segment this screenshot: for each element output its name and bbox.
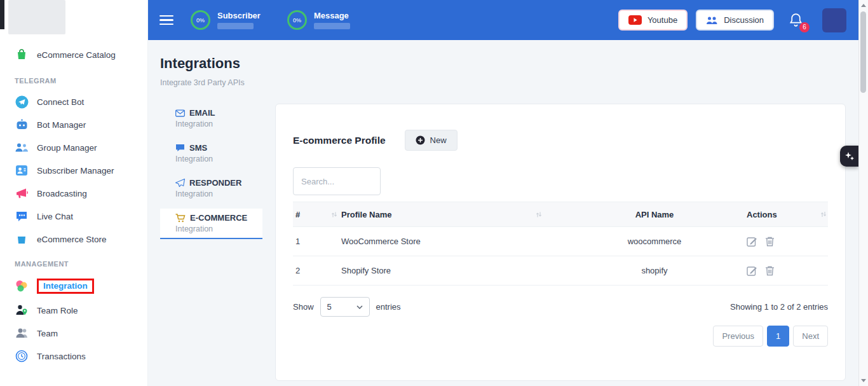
tab-title: EMAIL xyxy=(189,108,215,118)
blue-bag-icon xyxy=(15,232,29,246)
page-size-value: 5 xyxy=(327,302,332,312)
delete-button[interactable] xyxy=(765,265,775,276)
new-profile-button[interactable]: New xyxy=(405,130,458,151)
discussion-button-label: Discussion xyxy=(724,15,764,25)
page-size-select[interactable]: 5 xyxy=(320,297,370,317)
subscriber-progress-bar xyxy=(217,23,254,29)
subscriber-stat-label: Subscriber xyxy=(217,11,261,20)
tab-email-integration[interactable]: EMAIL Integration xyxy=(160,104,262,133)
sidebar-item-label: Bot Manager xyxy=(37,120,86,130)
showing-entries-text: Showing 1 to 2 of 2 entries xyxy=(730,302,828,312)
sidebar-item-integration[interactable]: Integration xyxy=(0,273,147,299)
youtube-button[interactable]: Youtube xyxy=(618,10,688,31)
edit-button[interactable] xyxy=(747,236,757,247)
table-row: 1 WooCommerce Store woocommerce xyxy=(293,227,828,256)
sidebar-section-management: MANAGEMENT xyxy=(0,251,147,273)
sidebar-item-ecommerce-catalog[interactable]: eCommerce Catalog xyxy=(0,43,147,66)
app-window: eCommerce Catalog TELEGRAM Connect Bot B… xyxy=(0,0,868,386)
notifications-bell[interactable]: 6 xyxy=(789,13,803,28)
profile-avatar[interactable] xyxy=(822,8,846,32)
sidebar-item-group-manager[interactable]: Group Manager xyxy=(0,136,147,159)
tab-ecommerce-integration[interactable]: E-COMMERCE Integration xyxy=(160,209,262,239)
tab-title: E-COMMERCE xyxy=(190,213,247,223)
cart-icon xyxy=(175,214,186,223)
sidebar-item-team-role[interactable]: Team Role xyxy=(0,299,147,322)
sidebar-item-label: eCommerce Catalog xyxy=(37,50,116,60)
table-row: 2 Shopify Store shopify xyxy=(293,256,828,286)
sms-bubble-icon xyxy=(175,144,185,152)
logo-placeholder xyxy=(8,0,65,34)
profiles-table: # Profile Name API Name xyxy=(293,202,828,286)
sidebar-item-subscriber-manager[interactable]: Subscriber Manager xyxy=(0,159,147,182)
next-page-button[interactable]: Next xyxy=(793,326,828,347)
main-content: Integrations Integrate 3rd Party APIs EM… xyxy=(148,40,858,386)
show-label: Show xyxy=(293,302,314,312)
paper-plane-icon xyxy=(175,179,185,187)
telegram-icon xyxy=(15,95,29,109)
sort-icon xyxy=(820,211,827,218)
green-bag-icon xyxy=(15,48,29,62)
new-button-label: New xyxy=(430,135,447,145)
sidebar-item-bot-manager[interactable]: Bot Manager xyxy=(0,113,147,136)
sidebar-section-telegram: TELEGRAM xyxy=(0,67,147,90)
left-edge-accent xyxy=(0,0,4,29)
sidebar-item-label: Team xyxy=(37,329,58,338)
sidebar-item-team[interactable]: Team xyxy=(0,322,147,345)
sidebar: eCommerce Catalog TELEGRAM Connect Bot B… xyxy=(0,0,148,386)
tab-subtitle: Integration xyxy=(175,120,262,128)
sidebar-item-connect-bot[interactable]: Connect Bot xyxy=(0,90,147,113)
message-stat-label: Message xyxy=(314,11,350,20)
header-api-name[interactable]: API Name xyxy=(562,210,747,219)
sidebar-item-live-chat[interactable]: Live Chat xyxy=(0,205,147,228)
discussion-button[interactable]: Discussion xyxy=(696,10,774,31)
sidebar-item-label: Subscriber Manager xyxy=(37,166,114,176)
header-num[interactable]: # xyxy=(293,210,341,219)
sidebar-item-ecommerce-store[interactable]: eCommerce Store xyxy=(0,228,147,251)
hamburger-menu-icon[interactable] xyxy=(159,13,173,28)
edit-button[interactable] xyxy=(747,265,757,276)
message-progress-ring: 0% xyxy=(287,10,307,30)
sidebar-item-broadcasting[interactable]: Broadcasting xyxy=(0,182,147,205)
sidebar-item-label: Transactions xyxy=(37,352,86,361)
discussion-people-icon xyxy=(706,16,718,25)
assistant-fab[interactable] xyxy=(840,146,858,167)
scrollbar-thumb[interactable] xyxy=(860,11,866,93)
header-actions[interactable]: Actions xyxy=(747,210,828,219)
sidebar-item-label: Broadcasting xyxy=(37,189,87,198)
sidebar-item-transactions[interactable]: Transactions xyxy=(0,345,147,368)
youtube-icon xyxy=(628,15,642,25)
header-profile-name[interactable]: Profile Name xyxy=(341,210,562,219)
table-header-row: # Profile Name API Name xyxy=(293,202,828,227)
entries-label: entries xyxy=(376,302,401,312)
integration-circles-icon xyxy=(15,279,29,293)
megaphone-icon xyxy=(15,186,29,200)
sidebar-item-label: Team Role xyxy=(37,306,78,315)
chevron-down-icon xyxy=(356,305,363,309)
previous-page-button[interactable]: Previous xyxy=(713,326,763,347)
message-stat: 0% Message xyxy=(287,10,350,30)
cell-api-name: shopify xyxy=(641,266,667,275)
page-1-button[interactable]: 1 xyxy=(767,326,789,347)
chat-bubble-icon xyxy=(15,209,29,223)
people-group-icon xyxy=(15,141,29,155)
tab-responder-integration[interactable]: RESPONDER Integration xyxy=(160,174,262,203)
tab-subtitle: Integration xyxy=(175,155,262,163)
tab-subtitle: Integration xyxy=(175,224,262,233)
team-people-icon xyxy=(15,326,29,340)
scrollbar-up-arrow[interactable] xyxy=(859,1,868,10)
scrollbar-down-arrow[interactable] xyxy=(859,376,868,385)
delete-button[interactable] xyxy=(765,236,775,247)
envelope-icon xyxy=(175,109,185,117)
tab-sms-integration[interactable]: SMS Integration xyxy=(160,139,262,168)
clock-transactions-icon xyxy=(15,349,29,363)
ecommerce-profile-card: E-commerce Profile New # xyxy=(275,104,846,381)
plus-circle-icon xyxy=(416,135,425,145)
subscriber-stat: 0% Subscriber xyxy=(191,10,261,30)
page-subtitle: Integrate 3rd Party APIs xyxy=(160,78,846,87)
robot-icon xyxy=(15,118,29,132)
sparkle-icon xyxy=(844,151,855,162)
notification-count-badge: 6 xyxy=(799,22,810,32)
sidebar-item-label: eCommerce Store xyxy=(37,235,107,244)
sidebar-item-label: Integration xyxy=(43,281,88,291)
search-input[interactable] xyxy=(293,167,381,195)
